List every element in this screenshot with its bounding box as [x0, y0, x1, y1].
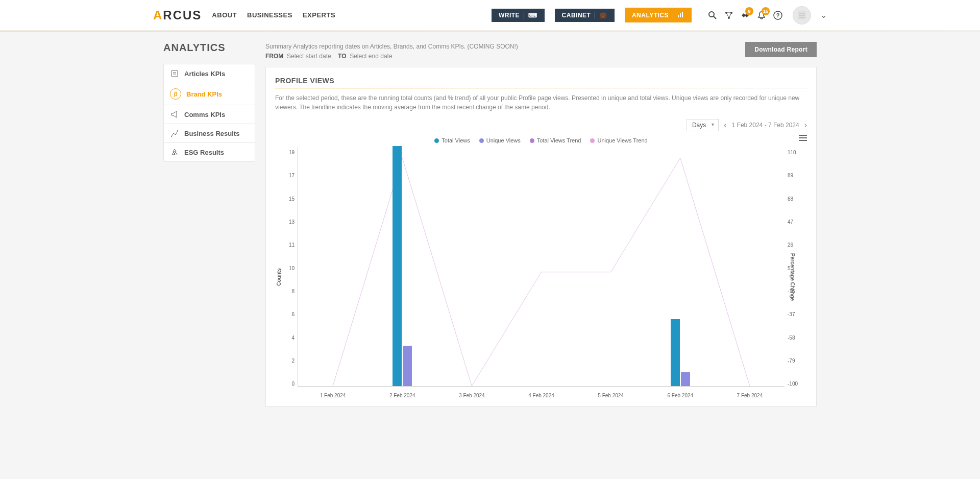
legend-unique-views[interactable]: Unique Views	[479, 137, 521, 143]
sidebar-item-articles[interactable]: Articles KPIs	[164, 64, 255, 83]
summary-text: Summary Analytics reporting dates on Art…	[265, 42, 518, 52]
help-icon[interactable]: ?	[773, 11, 782, 20]
legend-total-trend[interactable]: Total Views Trend	[530, 137, 581, 143]
chart-plot: 1 Feb 20242 Feb 20243 Feb 20244 Feb 2024…	[298, 147, 785, 387]
articles-icon	[170, 69, 179, 78]
svg-line-4	[714, 16, 716, 19]
recycle-icon	[170, 148, 179, 156]
svg-line-9	[726, 13, 729, 18]
next-period-icon[interactable]: ›	[804, 121, 807, 130]
chart-icon	[677, 11, 684, 19]
date-range: 1 Feb 2024 - 7 Feb 2024	[732, 122, 799, 129]
sidebar-item-label: Comms KPIs	[184, 111, 225, 118]
nav-about[interactable]: ABOUT	[212, 11, 237, 19]
card-title: PROFILE VIEWS	[275, 77, 807, 85]
sidebar-item-esg[interactable]: ESG Results	[164, 143, 255, 161]
megaphone-icon	[170, 110, 179, 118]
y-left-label: Counts	[276, 268, 282, 285]
card-divider	[275, 88, 807, 88]
nav-businesses[interactable]: BUSINESSES	[247, 11, 292, 19]
card-description: For the selected period, these are the r…	[275, 93, 807, 112]
content: Summary Analytics reporting dates on Art…	[265, 42, 817, 406]
y-axis-right: Percentage Change 110896847265-16-37-58-…	[785, 147, 807, 402]
to-label: TO	[338, 53, 346, 60]
sidebar-item-label: Articles KPIs	[184, 70, 225, 78]
download-report-button[interactable]: Download Report	[745, 42, 817, 57]
dashboard-icon	[170, 129, 179, 137]
sidebar-item-brand[interactable]: β Brand KPIs	[164, 83, 255, 105]
chart-legend: Total Views Unique Views Total Views Tre…	[275, 137, 807, 143]
sidebar-title: ANALYTICS	[163, 42, 255, 54]
from-label: FROM	[265, 53, 283, 60]
topbar: ARCUS ABOUT BUSINESSES EXPERTS WRITE ⌨ C…	[0, 0, 980, 31]
legend-unique-trend[interactable]: Unique Views Trend	[590, 137, 647, 143]
bell-badge: 15	[762, 7, 770, 15]
nav-links: ABOUT BUSINESSES EXPERTS	[212, 11, 335, 19]
svg-point-23	[171, 136, 172, 137]
svg-line-22	[176, 131, 178, 135]
sidebar: ANALYTICS Articles KPIs β Brand KPIs Com…	[163, 42, 255, 406]
y-axis-left: Counts 19171513111086420	[275, 147, 298, 402]
svg-point-3	[709, 12, 714, 17]
to-date-input[interactable]: Select end date	[350, 53, 392, 60]
sidebar-item-label: Brand KPIs	[186, 90, 222, 98]
svg-rect-1	[680, 13, 681, 17]
cabinet-button[interactable]: CABINET 💼	[555, 9, 615, 22]
chart: Counts 19171513111086420 1 Feb 20242 Feb…	[275, 147, 807, 402]
sidebar-item-label: ESG Results	[184, 149, 224, 156]
avatar[interactable]	[793, 6, 811, 25]
beta-icon: β	[170, 88, 181, 100]
chart-menu-icon[interactable]	[799, 134, 807, 143]
network-icon[interactable]	[724, 11, 733, 20]
sidebar-item-label: Business Results	[184, 130, 239, 137]
y-right-label: Percentage Change	[790, 253, 795, 301]
legend-total-views[interactable]: Total Views	[434, 137, 470, 143]
bell-icon[interactable]: 15	[757, 11, 766, 20]
analytics-button[interactable]: ANALYTICS	[625, 8, 692, 22]
svg-rect-2	[682, 12, 683, 17]
briefcase-icon: 💼	[599, 12, 607, 19]
svg-line-10	[729, 13, 731, 18]
handshake-icon[interactable]: 9	[741, 11, 750, 20]
svg-text:?: ?	[776, 12, 780, 18]
chevron-down-icon[interactable]: ⌄	[820, 10, 827, 20]
logo[interactable]: ARCUS	[153, 8, 202, 22]
svg-line-21	[174, 133, 176, 135]
svg-rect-17	[172, 70, 178, 77]
from-date-input[interactable]: Select start date	[287, 53, 331, 60]
keyboard-icon: ⌨	[528, 12, 537, 19]
search-icon[interactable]	[708, 11, 717, 20]
x-axis-labels: 1 Feb 20242 Feb 20243 Feb 20244 Feb 2024…	[298, 393, 785, 398]
sidebar-item-comms[interactable]: Comms KPIs	[164, 105, 255, 124]
handshake-badge: 9	[745, 7, 753, 15]
nav-experts[interactable]: EXPERTS	[303, 11, 335, 19]
svg-point-24	[177, 130, 178, 131]
period-select[interactable]: Days	[687, 119, 719, 131]
svg-line-20	[172, 133, 174, 136]
svg-rect-0	[678, 15, 679, 17]
write-button[interactable]: WRITE ⌨	[492, 9, 545, 22]
sidebar-item-business[interactable]: Business Results	[164, 124, 255, 143]
prev-period-icon[interactable]: ‹	[724, 121, 726, 130]
profile-views-card: PROFILE VIEWS For the selected period, t…	[265, 67, 817, 406]
